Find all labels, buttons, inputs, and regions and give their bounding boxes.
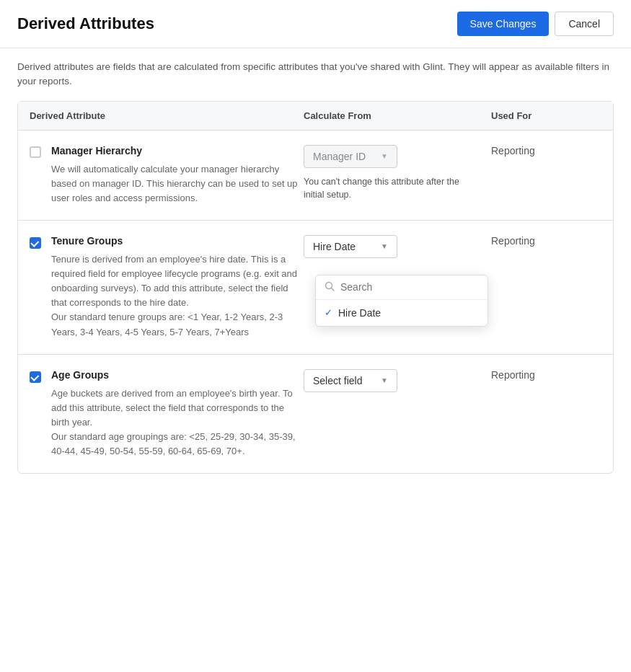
- manager-calc-note: You can't change this attribute after th…: [304, 175, 480, 203]
- age-attr-info: Age Groups Age buckets are derived from …: [51, 369, 304, 459]
- checkbox-tenure[interactable]: [30, 236, 41, 249]
- svg-line-1: [332, 288, 335, 291]
- save-changes-button[interactable]: Save Changes: [457, 12, 550, 36]
- manager-id-dropdown: Manager ID ▼: [304, 145, 397, 168]
- tenure-dropdown-menu: ✓ Hire Date: [315, 275, 488, 327]
- chevron-down-icon: ▼: [381, 242, 388, 250]
- manager-attr-desc: We will automatically calculate your man…: [51, 162, 304, 205]
- dropdown-search-input[interactable]: [340, 281, 479, 293]
- dropdown-item-label: Hire Date: [338, 307, 381, 319]
- age-attr-desc: Age buckets are derived from an employee…: [51, 386, 304, 459]
- col-calculate-from: Calculate From: [304, 110, 491, 121]
- table-row: Age Groups Age buckets are derived from …: [18, 355, 613, 474]
- page-header: Derived Attributes Save Changes Cancel: [0, 0, 631, 48]
- search-icon: [325, 281, 335, 293]
- checkbox-age[interactable]: [30, 371, 41, 384]
- table-row: Tenure Groups Tenure is derived from an …: [18, 221, 613, 355]
- manager-attr-name: Manager Hierarchy: [51, 145, 304, 156]
- table-header: Derived Attribute Calculate From Used Fo…: [18, 102, 613, 131]
- checkbox-age-box[interactable]: [30, 371, 41, 383]
- chevron-down-icon: ▼: [381, 376, 388, 384]
- chevron-down-icon: ▼: [381, 152, 388, 160]
- attributes-table: Derived Attribute Calculate From Used Fo…: [17, 101, 614, 474]
- tenure-attr-name: Tenure Groups: [51, 235, 304, 247]
- manager-id-label: Manager ID: [313, 151, 366, 162]
- page-description: Derived attributes are fields that are c…: [0, 48, 631, 101]
- tenure-selected-label: Hire Date: [313, 241, 356, 252]
- tenure-used-for: Reporting: [491, 235, 601, 247]
- row-left-manager: Manager Hierarchy We will automatically …: [30, 145, 304, 205]
- col-derived-attribute: Derived Attribute: [30, 110, 304, 121]
- age-used-for: Reporting: [491, 369, 601, 381]
- table-row: Manager Hierarchy We will automatically …: [18, 131, 613, 221]
- row-left-tenure: Tenure Groups Tenure is derived from an …: [30, 235, 304, 340]
- dropdown-search-container: [316, 275, 487, 300]
- age-selected-label: Select field: [313, 375, 362, 386]
- col-used-for: Used For: [491, 110, 601, 121]
- tenure-attr-info: Tenure Groups Tenure is derived from an …: [51, 235, 304, 340]
- tenure-attr-desc: Tenure is derived from an employee's hir…: [51, 252, 304, 340]
- cancel-button[interactable]: Cancel: [555, 12, 614, 36]
- row-left-age: Age Groups Age buckets are derived from …: [30, 369, 304, 459]
- age-dropdown-button[interactable]: Select field ▼: [304, 369, 397, 392]
- checkbox-manager-box[interactable]: [30, 146, 41, 158]
- age-attr-name: Age Groups: [51, 369, 304, 381]
- tenure-calc-from-cell: Hire Date ▼ ✓ Hire Date: [304, 235, 491, 258]
- header-actions: Save Changes Cancel: [457, 12, 614, 36]
- checkbox-manager[interactable]: [30, 146, 41, 160]
- dropdown-item-hire-date[interactable]: ✓ Hire Date: [316, 300, 487, 326]
- check-icon: ✓: [325, 307, 332, 318]
- checkbox-tenure-box[interactable]: [30, 237, 41, 249]
- manager-attr-info: Manager Hierarchy We will automatically …: [51, 145, 304, 205]
- age-calc-from-cell: Select field ▼: [304, 369, 491, 392]
- tenure-dropdown-button[interactable]: Hire Date ▼: [304, 235, 397, 258]
- page-title: Derived Attributes: [17, 14, 154, 33]
- manager-calc-from-cell: Manager ID ▼ You can't change this attri…: [304, 145, 491, 203]
- manager-used-for: Reporting: [491, 145, 601, 156]
